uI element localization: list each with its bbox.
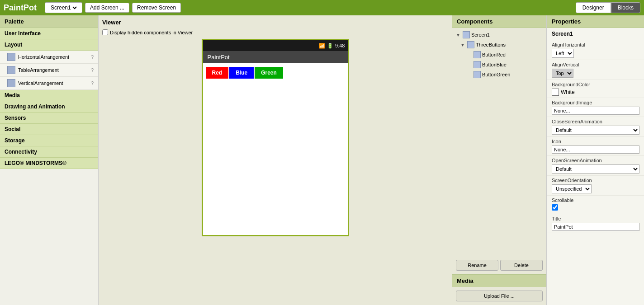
background-color-text: White bbox=[561, 89, 575, 95]
prop-align-horizontal: AlignHorizontal Left bbox=[547, 40, 644, 60]
hidden-components-row: Display hidden components in Viewer bbox=[102, 29, 448, 35]
align-horizontal-select[interactable]: Left bbox=[552, 49, 574, 58]
palette-section-sensors[interactable]: Sensors bbox=[0, 113, 98, 124]
rename-button[interactable]: Rename bbox=[456, 260, 498, 271]
phone-content: Red Blue Green bbox=[203, 63, 348, 235]
palette-item-table-arrangement[interactable]: TableArrangement ? bbox=[0, 64, 98, 77]
close-screen-animation-select[interactable]: Default bbox=[552, 126, 639, 135]
phone-time: 9:48 bbox=[335, 43, 345, 48]
battery-icon: 🔋 bbox=[327, 43, 333, 49]
screen-orientation-label: ScreenOrientation bbox=[552, 178, 639, 183]
tree-toggle-screen1[interactable]: ▼ bbox=[456, 33, 461, 38]
tree-item-buttonred[interactable]: ButtonRed bbox=[454, 50, 545, 60]
align-vertical-value: Top bbox=[552, 69, 639, 78]
palette-section-lego[interactable]: LEGO® MINDSTORMS® bbox=[0, 158, 98, 169]
main-layout: Palette User Interface Layout Horizontal… bbox=[0, 15, 644, 305]
components-tree: ▼ Screen1 ▼ ThreeButtons ButtonRed Butto… bbox=[452, 28, 546, 256]
viewer-header: Viewer bbox=[102, 19, 448, 26]
horizontal-help-icon[interactable]: ? bbox=[91, 55, 94, 60]
hidden-components-label: Display hidden components in Viewer bbox=[110, 30, 193, 35]
icon-input[interactable] bbox=[552, 145, 639, 154]
components-footer: Rename Delete bbox=[452, 256, 546, 274]
background-color-swatch[interactable] bbox=[552, 89, 559, 96]
table-help-icon[interactable]: ? bbox=[91, 68, 94, 73]
title-label: Title bbox=[552, 216, 639, 221]
palette-section-social[interactable]: Social bbox=[0, 124, 98, 135]
upload-file-button[interactable]: Upload File ... bbox=[456, 291, 543, 301]
delete-button[interactable]: Delete bbox=[500, 260, 543, 271]
prop-screen-orientation: ScreenOrientation Unspecified bbox=[547, 176, 644, 196]
properties-header: Properties bbox=[547, 15, 644, 28]
components-panel: Components ▼ Screen1 ▼ ThreeButtons Butt… bbox=[452, 15, 547, 305]
prop-align-vertical: AlignVertical Top bbox=[547, 60, 644, 80]
topbar: PaintPot Screen1 Add Screen ... Remove S… bbox=[0, 0, 644, 15]
hidden-components-checkbox[interactable] bbox=[102, 29, 108, 35]
align-horizontal-value: Left bbox=[552, 49, 639, 58]
vertical-help-icon[interactable]: ? bbox=[91, 81, 94, 86]
phone-button-blue[interactable]: Blue bbox=[229, 67, 254, 79]
palette-item-horizontal-arrangement[interactable]: HorizontalArrangement ? bbox=[0, 51, 98, 64]
palette-section-storage[interactable]: Storage bbox=[0, 135, 98, 146]
tree-item-threebuttons[interactable]: ▼ ThreeButtons bbox=[454, 40, 545, 50]
palette-section-connectivity[interactable]: Connectivity bbox=[0, 146, 98, 158]
title-input[interactable] bbox=[552, 223, 639, 231]
tree-item-buttonblue[interactable]: ButtonBlue bbox=[454, 60, 545, 70]
palette-section-media[interactable]: Media bbox=[0, 90, 98, 101]
buttongreen-icon bbox=[474, 71, 481, 78]
prop-close-screen-animation: CloseScreenAnimation Default bbox=[547, 117, 644, 137]
remove-screen-button[interactable]: Remove Screen bbox=[132, 3, 181, 13]
screen-select[interactable]: Screen1 bbox=[49, 4, 78, 11]
background-image-label: BackgroundImage bbox=[552, 100, 639, 105]
align-horizontal-label: AlignHorizontal bbox=[552, 42, 639, 47]
scrollable-checkbox[interactable] bbox=[552, 204, 558, 211]
add-screen-button[interactable]: Add Screen ... bbox=[85, 3, 129, 13]
prop-background-color: BackgroundColor White bbox=[547, 80, 644, 98]
align-vertical-select[interactable]: Top bbox=[552, 69, 573, 78]
tree-item-buttongreen[interactable]: ButtonGreen bbox=[454, 70, 545, 80]
screen-dropdown[interactable]: Screen1 bbox=[45, 2, 82, 13]
screen-orientation-select[interactable]: Unspecified bbox=[552, 184, 592, 193]
prop-background-image: BackgroundImage bbox=[547, 98, 644, 117]
background-color-value: White bbox=[552, 89, 639, 96]
tree-item-screen1[interactable]: ▼ Screen1 bbox=[454, 30, 545, 40]
phone-button-green[interactable]: Green bbox=[255, 67, 283, 79]
buttonred-icon bbox=[474, 51, 481, 58]
viewer-panel: Viewer Display hidden components in View… bbox=[99, 15, 452, 305]
wifi-icon: 📶 bbox=[319, 43, 325, 49]
app-title: PaintPot bbox=[4, 3, 37, 13]
palette-header: Palette bbox=[0, 15, 98, 28]
mode-toggle: Designer Blocks bbox=[576, 2, 640, 13]
table-arrangement-icon bbox=[7, 66, 15, 74]
prop-open-screen-animation: OpenScreenAnimation Default bbox=[547, 156, 644, 176]
vertical-arrangement-icon bbox=[7, 79, 15, 87]
components-header: Components bbox=[452, 15, 546, 28]
phone-titlebar: PaintPot bbox=[203, 51, 348, 63]
open-screen-animation-select[interactable]: Default bbox=[552, 164, 639, 174]
tree-toggle-threebuttons[interactable]: ▼ bbox=[460, 42, 466, 47]
buttonblue-icon bbox=[474, 61, 481, 68]
phone-statusbar: 📶 🔋 9:48 bbox=[203, 40, 348, 51]
close-screen-animation-label: CloseScreenAnimation bbox=[552, 119, 639, 124]
properties-screen-name: Screen1 bbox=[547, 28, 644, 40]
prop-icon: Icon bbox=[547, 137, 644, 156]
prop-scrollable: Scrollable bbox=[547, 196, 644, 214]
icon-label: Icon bbox=[552, 139, 639, 144]
horizontal-arrangement-icon bbox=[7, 53, 15, 61]
phone-buttons-row: Red Blue Green bbox=[205, 65, 346, 80]
threebuttons-icon bbox=[467, 41, 474, 48]
palette-section-user-interface[interactable]: User Interface bbox=[0, 28, 98, 39]
phone-frame: 📶 🔋 9:48 PaintPot Red Blue Green bbox=[202, 39, 349, 236]
open-screen-animation-label: OpenScreenAnimation bbox=[552, 158, 639, 163]
palette-section-drawing[interactable]: Drawing and Animation bbox=[0, 101, 98, 113]
palette-item-vertical-arrangement[interactable]: VerticalArrangement ? bbox=[0, 77, 98, 90]
properties-panel: Properties Screen1 AlignHorizontal Left … bbox=[547, 15, 644, 305]
phone-button-red[interactable]: Red bbox=[206, 67, 229, 79]
designer-button[interactable]: Designer bbox=[576, 2, 611, 13]
media-section-header: Media bbox=[452, 274, 546, 287]
palette-section-layout[interactable]: Layout bbox=[0, 39, 98, 51]
background-image-input[interactable] bbox=[552, 107, 639, 115]
blocks-button[interactable]: Blocks bbox=[611, 2, 640, 13]
screen1-icon bbox=[463, 31, 470, 38]
prop-title: Title bbox=[547, 214, 644, 233]
background-color-label: BackgroundColor bbox=[552, 82, 639, 87]
